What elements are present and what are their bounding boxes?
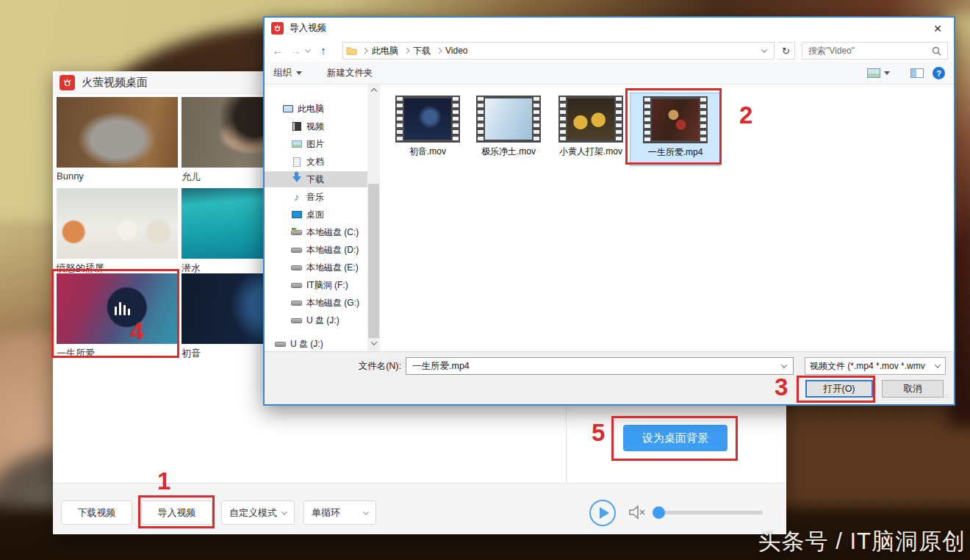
drive-icon bbox=[291, 301, 302, 306]
new-folder-button[interactable]: 新建文件夹 bbox=[327, 67, 373, 79]
refresh-icon[interactable]: ↻ bbox=[777, 42, 795, 60]
file-item[interactable]: 极乐净土.mov bbox=[463, 93, 554, 166]
video-folder-icon bbox=[292, 122, 301, 131]
file-item[interactable]: 小黄人打架.mov bbox=[545, 93, 636, 166]
tree-item-label: 桌面 bbox=[306, 209, 324, 221]
tree-item-label: 本地磁盘 (G:) bbox=[306, 297, 359, 309]
gallery-item[interactable]: Bunny bbox=[57, 97, 178, 182]
tree-item-label: 视频 bbox=[306, 121, 324, 133]
tree-item-label: 文档 bbox=[306, 156, 324, 168]
forward-icon[interactable]: → bbox=[287, 44, 304, 57]
folder-icon bbox=[346, 46, 357, 55]
mode-select[interactable]: 自定义模式 bbox=[221, 500, 295, 525]
close-icon[interactable]: × bbox=[929, 20, 946, 37]
tree-item-documents[interactable]: 文档 bbox=[265, 154, 367, 170]
chevron-down-icon bbox=[281, 509, 287, 514]
video-file-icon bbox=[395, 96, 460, 143]
tree-item-disk-e[interactable]: 本地磁盘 (E:) bbox=[265, 259, 367, 276]
gallery-item[interactable]: 愤怒的舔屏 bbox=[57, 188, 178, 275]
dialog-title: 导入视频 bbox=[290, 22, 326, 35]
file-name: 小黄人打架.mov bbox=[559, 146, 622, 158]
search-input[interactable]: 搜索"Video" bbox=[802, 42, 948, 60]
play-button[interactable] bbox=[589, 500, 616, 526]
tree-item-usb-j[interactable]: U 盘 (J:) bbox=[265, 312, 367, 329]
tree-item-desktop[interactable]: 桌面 bbox=[265, 207, 367, 223]
tree-item-label: 本地磁盘 (D:) bbox=[306, 244, 359, 256]
annotation-box-5 bbox=[611, 416, 738, 461]
resize-grip[interactable]: ∴ bbox=[944, 395, 952, 402]
loop-select[interactable]: 单循环 bbox=[303, 500, 376, 525]
breadcrumb[interactable]: 此电脑 下载 Video bbox=[342, 42, 775, 60]
gallery-thumbnail[interactable] bbox=[57, 188, 178, 259]
volume-slider-thumb[interactable] bbox=[653, 506, 665, 519]
annotation-number-5: 5 bbox=[592, 419, 605, 447]
loop-select-value: 单循环 bbox=[312, 506, 340, 520]
recent-locations-icon[interactable] bbox=[305, 46, 311, 52]
tree-item-label: U 盘 (J:) bbox=[306, 315, 340, 327]
search-placeholder: 搜索"Video" bbox=[808, 45, 855, 57]
breadcrumb-downloads[interactable]: 下载 bbox=[413, 45, 431, 57]
chevron-down-icon bbox=[935, 362, 941, 367]
tree-item-label: 此电脑 bbox=[298, 103, 324, 115]
back-icon[interactable]: ← bbox=[269, 44, 287, 57]
file-item[interactable]: 初音.mov bbox=[382, 93, 473, 166]
usb-drive-icon bbox=[291, 318, 302, 323]
address-dropdown-icon[interactable] bbox=[761, 46, 767, 52]
tree-scrollbar-thumb[interactable] bbox=[368, 184, 379, 338]
annotation-number-3: 3 bbox=[775, 373, 788, 401]
preview-pane-icon[interactable] bbox=[910, 68, 924, 78]
picture-folder-icon bbox=[292, 140, 302, 148]
volume-slider[interactable] bbox=[654, 511, 763, 514]
download-video-button[interactable]: 下载视频 bbox=[61, 500, 132, 525]
tree-item-disk-c[interactable]: 本地磁盘 (C:) bbox=[265, 224, 367, 240]
tree-item-disk-f[interactable]: IT脑洞 (F:) bbox=[265, 277, 367, 293]
tree-item-label: 下载 bbox=[306, 173, 324, 186]
tree-item-label: 音乐 bbox=[306, 191, 324, 204]
chevron-down-icon[interactable] bbox=[781, 362, 787, 367]
tree-item-usb-j2[interactable]: U 盘 (J:) bbox=[265, 336, 367, 351]
filetype-value: 视频文件 (*.mp4 *.mov *.wmv bbox=[810, 360, 925, 373]
chevron-down-icon bbox=[363, 509, 369, 514]
desktop-folder-icon bbox=[292, 211, 302, 218]
tree-item-label: 本地磁盘 (E:) bbox=[306, 262, 359, 274]
gallery-thumbnail[interactable] bbox=[57, 97, 178, 168]
mute-icon[interactable] bbox=[628, 504, 647, 520]
tree-item-disk-d[interactable]: 本地磁盘 (D:) bbox=[265, 242, 367, 258]
video-file-icon bbox=[558, 96, 623, 143]
tree-item-pictures[interactable]: 图片 bbox=[265, 136, 367, 152]
up-icon[interactable]: ↑ bbox=[315, 44, 332, 57]
filetype-select[interactable]: 视频文件 (*.mp4 *.mov *.wmv bbox=[805, 357, 946, 375]
document-folder-icon bbox=[293, 157, 301, 167]
breadcrumb-this-pc[interactable]: 此电脑 bbox=[372, 45, 398, 57]
tree-item-videos[interactable]: 视频 bbox=[265, 118, 367, 134]
firefly-logo-icon bbox=[271, 22, 284, 35]
filename-input[interactable]: 一生所爱.mp4 bbox=[406, 357, 794, 375]
breadcrumb-video[interactable]: Video bbox=[445, 46, 467, 56]
tree-item-label: 图片 bbox=[306, 138, 324, 151]
help-icon[interactable]: ? bbox=[933, 67, 945, 79]
annotation-number-1: 1 bbox=[157, 467, 170, 495]
tree-item-downloads[interactable]: 下载 bbox=[265, 171, 367, 187]
annotation-box-4 bbox=[51, 269, 179, 358]
dialog-titlebar[interactable]: 导入视频 × bbox=[265, 18, 954, 39]
organize-menu[interactable]: 组织 bbox=[273, 67, 302, 79]
os-drive-icon bbox=[291, 230, 302, 235]
cancel-button[interactable]: 取消 bbox=[882, 380, 944, 398]
search-icon[interactable] bbox=[932, 46, 941, 56]
thumbnail-view-icon bbox=[867, 68, 880, 78]
annotation-number-4: 4 bbox=[130, 317, 143, 345]
change-view-button[interactable] bbox=[867, 68, 890, 78]
annotation-number-2: 2 bbox=[739, 101, 752, 129]
tree-item-this-pc[interactable]: 此电脑 bbox=[265, 101, 367, 117]
scroll-up-icon[interactable] bbox=[370, 88, 376, 94]
download-folder-icon bbox=[292, 176, 301, 187]
tree-item-label: U 盘 (J:) bbox=[290, 338, 323, 351]
file-name: 初音.mov bbox=[409, 146, 446, 158]
chevron-right-icon bbox=[403, 48, 409, 54]
tree-item-music[interactable]: ♪ 音乐 bbox=[265, 189, 367, 205]
filename-label: 文件名(N): bbox=[265, 360, 401, 373]
tree-item-disk-g[interactable]: 本地磁盘 (G:) bbox=[265, 295, 367, 311]
play-icon bbox=[600, 507, 609, 519]
scroll-down-icon[interactable] bbox=[370, 339, 376, 345]
tree-item-label: IT脑洞 (F:) bbox=[306, 279, 348, 292]
